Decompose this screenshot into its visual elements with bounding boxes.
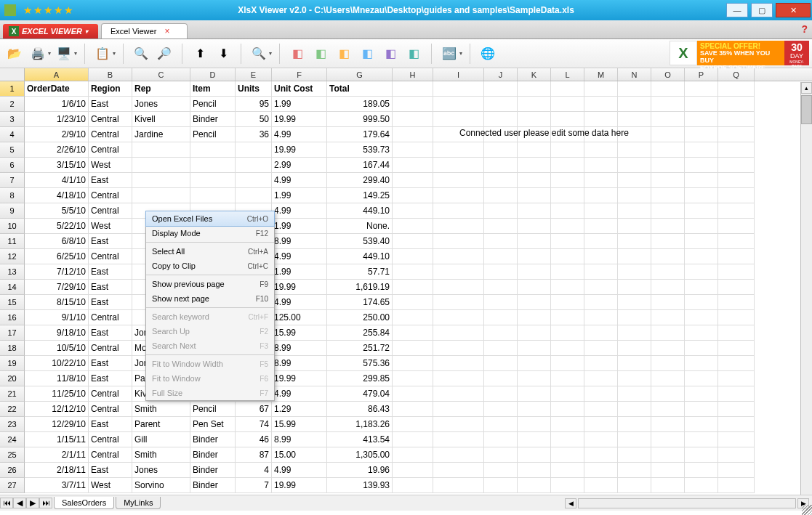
cell[interactable]: Pencil (190, 127, 236, 142)
cell[interactable] (518, 188, 551, 203)
cell[interactable]: 19.99 (272, 478, 327, 493)
cell[interactable] (618, 97, 651, 112)
cell[interactable] (584, 203, 618, 219)
cell[interactable]: 2.99 (272, 158, 327, 173)
cell[interactable] (393, 386, 433, 402)
row-header[interactable]: 22 (0, 402, 25, 417)
cell[interactable]: East (89, 173, 132, 188)
menu-item[interactable]: Select AllCtrl+A (146, 244, 274, 259)
cell[interactable] (651, 142, 685, 158)
cell[interactable] (551, 264, 584, 280)
cell[interactable] (484, 112, 518, 127)
cell[interactable]: 479.04 (327, 386, 393, 402)
cell[interactable] (651, 127, 685, 142)
open-file-button[interactable]: 📂 (4, 44, 25, 64)
maximize-button[interactable]: ▢ (751, 3, 773, 17)
zoom-in-button[interactable]: 🔎 (154, 44, 174, 64)
cell[interactable]: Central (89, 310, 132, 325)
cell[interactable] (551, 325, 584, 341)
cell[interactable]: 36 (236, 127, 272, 142)
header-cell[interactable]: Item (190, 81, 236, 97)
cell[interactable]: 5/5/10 (25, 203, 89, 219)
cell[interactable] (433, 203, 484, 219)
row-header[interactable]: 15 (0, 295, 25, 310)
cell[interactable] (718, 341, 755, 356)
column-header[interactable]: K (518, 68, 551, 81)
cell[interactable] (518, 341, 551, 356)
cell[interactable] (393, 203, 433, 219)
print-button[interactable]: 🖨️ (28, 44, 48, 64)
cell[interactable] (718, 188, 755, 203)
cell[interactable] (518, 97, 551, 112)
cell[interactable]: 4/18/10 (25, 188, 89, 203)
header-cell[interactable] (433, 81, 484, 97)
row-header[interactable]: 8 (0, 188, 25, 203)
cell[interactable] (518, 249, 551, 264)
cell[interactable]: Pencil (190, 97, 236, 112)
cell[interactable]: 1/23/10 (25, 112, 89, 127)
cell[interactable] (718, 203, 755, 219)
first-sheet-button[interactable]: ⏮ (0, 498, 13, 508)
row-header[interactable]: 4 (0, 127, 25, 142)
cell[interactable] (518, 325, 551, 341)
cell[interactable] (393, 97, 433, 112)
cell[interactable] (718, 173, 755, 188)
cell[interactable]: 9/1/10 (25, 310, 89, 325)
cell[interactable] (618, 325, 651, 341)
cell[interactable] (718, 310, 755, 325)
cell[interactable] (433, 264, 484, 280)
cell[interactable] (433, 325, 484, 341)
cell[interactable]: 50 (236, 112, 272, 127)
cell[interactable] (518, 478, 551, 493)
cell[interactable] (190, 173, 236, 188)
cell[interactable] (484, 402, 518, 417)
cell[interactable]: Binder (190, 432, 236, 447)
cell[interactable] (718, 371, 755, 386)
header-cell[interactable] (584, 81, 618, 97)
cell[interactable]: 10/22/10 (25, 356, 89, 371)
cell[interactable] (651, 219, 685, 234)
cell[interactable] (685, 371, 718, 386)
row-header[interactable]: 6 (0, 158, 25, 173)
row-header[interactable]: 13 (0, 264, 25, 280)
cell[interactable]: 19.99 (272, 142, 327, 158)
cell[interactable] (393, 249, 433, 264)
cell[interactable]: 19.99 (272, 280, 327, 295)
column-header[interactable]: A (25, 68, 89, 81)
cell[interactable] (685, 264, 718, 280)
cell[interactable] (518, 203, 551, 219)
row-header[interactable]: 7 (0, 173, 25, 188)
cell[interactable] (393, 112, 433, 127)
cell[interactable]: Central (89, 402, 132, 417)
resize-grip[interactable] (802, 505, 812, 515)
cell[interactable] (584, 463, 618, 478)
cell[interactable] (484, 386, 518, 402)
column-header[interactable]: O (651, 68, 685, 81)
cell[interactable] (518, 310, 551, 325)
cell[interactable] (584, 112, 618, 127)
cell[interactable] (393, 402, 433, 417)
cell[interactable] (618, 142, 651, 158)
cell[interactable]: 2/18/11 (25, 463, 89, 478)
cell[interactable]: 87 (236, 447, 272, 463)
cell[interactable] (718, 234, 755, 249)
cell[interactable] (651, 203, 685, 219)
cell[interactable]: Pen Set (190, 417, 236, 432)
cell[interactable] (618, 112, 651, 127)
header-cell[interactable] (685, 81, 718, 97)
cell[interactable]: 449.10 (327, 203, 393, 219)
cell[interactable] (651, 249, 685, 264)
select-all-corner[interactable] (0, 68, 25, 81)
cell[interactable] (651, 158, 685, 173)
cell[interactable]: Binder (190, 463, 236, 478)
header-cell[interactable]: OrderDate (25, 81, 89, 97)
cell[interactable]: 15.99 (272, 325, 327, 341)
cell[interactable] (518, 432, 551, 447)
cell[interactable]: 4.99 (272, 386, 327, 402)
menu-item[interactable]: Show next pageF10 (146, 291, 274, 306)
row-header[interactable]: 21 (0, 386, 25, 402)
cell[interactable]: Sorvino (132, 478, 190, 493)
row-header[interactable]: 1 (0, 81, 25, 97)
cell[interactable] (393, 371, 433, 386)
cell[interactable]: Central (89, 203, 132, 219)
